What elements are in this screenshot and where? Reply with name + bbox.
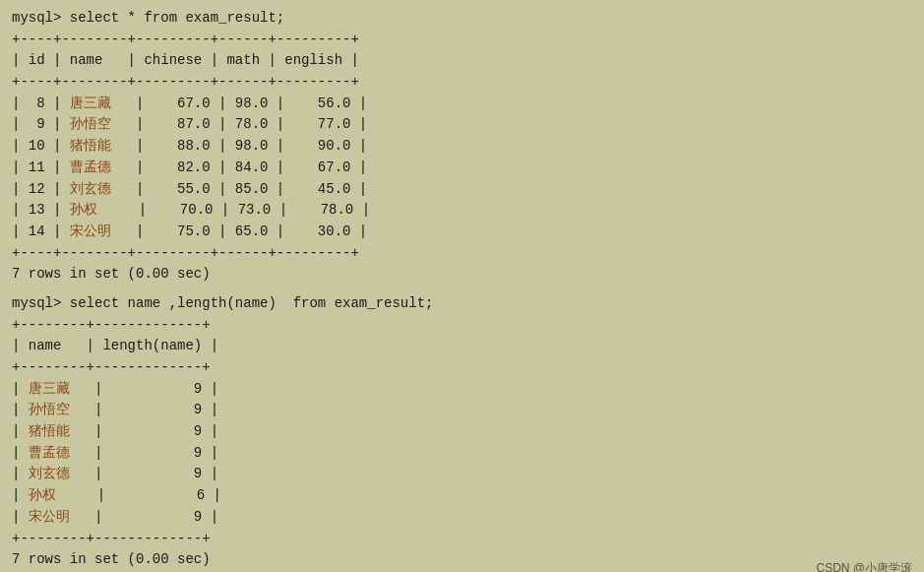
data-row-1-4: | 12 | 刘玄德 | 55.0 | 85.0 | 45.0 | <box>12 179 912 201</box>
watermark: CSDN @小唐学滚 <box>816 560 912 572</box>
data-row-1-5: | 13 | 孙权 | 70.0 | 73.0 | 78.0 | <box>12 200 912 222</box>
data-row-1-6: | 14 | 宋公明 | 75.0 | 65.0 | 30.0 | <box>12 222 912 243</box>
data-row-2-6: | 宋公明 | 9 | <box>12 507 912 529</box>
data-row-2-3: | 曹孟德 | 9 | <box>12 443 912 465</box>
border2-line: +----+--------+---------+------+--------… <box>12 72 912 94</box>
border6-line: +--------+-------------+ <box>12 529 912 550</box>
header2-line: | name | length(name) | <box>12 336 912 357</box>
data-row-2-0: | 唐三藏 | 9 | <box>12 379 912 401</box>
header1-line: | id | name | chinese | math | english | <box>12 50 912 72</box>
data-row-2-1: | 孙悟空 | 9 | <box>12 400 912 421</box>
data-row-1-2: | 10 | 猪悟能 | 88.0 | 98.0 | 90.0 | <box>12 136 912 158</box>
data-row-2-5: | 孙权 | 6 | <box>12 485 912 507</box>
result1-line: 7 rows in set (0.00 sec) <box>12 264 912 286</box>
border1-line: +----+--------+---------+------+--------… <box>12 30 912 51</box>
data-row-2-2: | 猪悟能 | 9 | <box>12 421 912 443</box>
border5-line: +--------+-------------+ <box>12 357 912 379</box>
data-row-1-0: | 8 | 唐三藏 | 67.0 | 98.0 | 56.0 | <box>12 94 912 115</box>
data-row-1-1: | 9 | 孙悟空 | 87.0 | 78.0 | 77.0 | <box>12 114 912 136</box>
query2-line: mysql> select name ,length(name) from ex… <box>12 293 912 315</box>
result2-line: 7 rows in set (0.00 sec) <box>12 549 912 571</box>
data-row-2-4: | 刘玄德 | 9 | <box>12 464 912 485</box>
border3-line: +----+--------+---------+------+--------… <box>12 243 912 265</box>
query1-line: mysql> select * from exam_result; <box>12 8 912 30</box>
terminal: mysql> select * from exam_result; +----+… <box>12 8 912 571</box>
data-row-1-3: | 11 | 曹孟德 | 82.0 | 84.0 | 67.0 | <box>12 158 912 179</box>
border4-line: +--------+-------------+ <box>12 315 912 337</box>
